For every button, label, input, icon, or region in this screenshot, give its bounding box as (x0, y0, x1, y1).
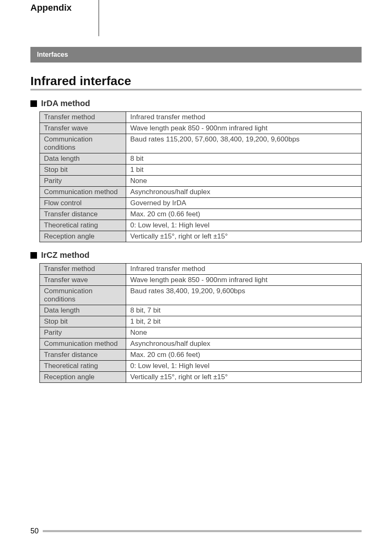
section-heading-ircz: IrCZ method (30, 250, 362, 260)
table-ircz: Transfer methodInfrared transfer method … (39, 263, 362, 383)
cell-label: Theoretical rating (40, 361, 126, 372)
cell-value: Asynchronous/half duplex (126, 187, 362, 198)
cell-value: 0: Low level, 1: High level (126, 220, 362, 231)
table-row: Transfer waveWave length peak 850 - 900n… (40, 275, 362, 286)
cell-value: 8 bit (126, 153, 362, 164)
table-row: Communication methodAsynchronous/half du… (40, 187, 362, 198)
header-divider (99, 0, 99, 36)
cell-value: Governed by IrDA (126, 198, 362, 209)
cell-value: 1 bit (126, 164, 362, 176)
cell-label: Data length (40, 153, 126, 164)
cell-value: 0: Low level, 1: High level (126, 361, 362, 372)
cell-label: Transfer method (40, 112, 126, 123)
cell-label: Transfer distance (40, 209, 126, 220)
cell-label: Transfer wave (40, 123, 126, 134)
cell-label: Communication method (40, 187, 126, 198)
table-row: Theoretical rating0: Low level, 1: High … (40, 361, 362, 372)
cell-label: Data length (40, 305, 126, 316)
cell-value: 8 bit, 7 bit (126, 305, 362, 316)
cell-value: Max. 20 cm (0.66 feet) (126, 209, 362, 220)
cell-label: Flow control (40, 198, 126, 209)
table-row: Reception angleVertically ±15°, right or… (40, 231, 362, 242)
cell-value: Infrared transfer method (126, 264, 362, 275)
title-wrap: Infrared interface (30, 74, 362, 90)
table-row: Stop bit1 bit, 2 bit (40, 316, 362, 327)
table-row: Communication methodAsynchronous/half du… (40, 338, 362, 350)
table-row: Transfer waveWave length peak 850 - 900n… (40, 123, 362, 134)
cell-value: None (126, 176, 362, 187)
page-title: Infrared interface (30, 74, 362, 88)
table-row: Reception angleVertically ±15°, right or… (40, 372, 362, 383)
cell-value: Vertically ±15°, right or left ±15° (126, 372, 362, 383)
cell-value: Baud rates 38,400, 19,200, 9,600bps (126, 286, 362, 305)
table-row: Communication conditionsBaud rates 38,40… (40, 286, 362, 305)
cell-value: Wave length peak 850 - 900nm infrared li… (126, 275, 362, 286)
cell-value: Asynchronous/half duplex (126, 338, 362, 350)
cell-value: Infrared transfer method (126, 112, 362, 123)
section-title-ircz: IrCZ method (41, 250, 90, 260)
cell-label: Transfer wave (40, 275, 126, 286)
cell-label: Reception angle (40, 231, 126, 242)
table-row: Data length8 bit (40, 153, 362, 164)
page-number: 50 (30, 527, 39, 535)
footer-line (43, 530, 362, 532)
cell-label: Reception angle (40, 372, 126, 383)
cell-label: Communication conditions (40, 286, 126, 305)
section-heading-irda: IrDA method (30, 99, 362, 108)
cell-value: None (126, 327, 362, 338)
tab-interfaces: Interfaces (37, 51, 68, 58)
table-row: Transfer distanceMax. 20 cm (0.66 feet) (40, 209, 362, 220)
table-row: Transfer distanceMax. 20 cm (0.66 feet) (40, 350, 362, 361)
cell-label: Communication conditions (40, 134, 126, 153)
table-irda: Transfer methodInfrared transfer method … (39, 111, 362, 242)
footer: 50 (30, 527, 362, 535)
cell-value: Baud rates 115,200, 57,600, 38,400, 19,2… (126, 134, 362, 153)
table-row: Data length8 bit, 7 bit (40, 305, 362, 316)
section-title-irda: IrDA method (41, 99, 90, 108)
square-bullet-icon (30, 100, 37, 107)
table-row: Theoretical rating0: Low level, 1: High … (40, 220, 362, 231)
table-row: ParityNone (40, 176, 362, 187)
page-header: Appendix (0, 0, 392, 37)
tab-bar: Interfaces (30, 47, 362, 63)
table-row: Flow controlGoverned by IrDA (40, 198, 362, 209)
cell-label: Parity (40, 327, 126, 338)
cell-value: Vertically ±15°, right or left ±15° (126, 231, 362, 242)
cell-label: Stop bit (40, 316, 126, 327)
cell-label: Transfer distance (40, 350, 126, 361)
cell-value: 1 bit, 2 bit (126, 316, 362, 327)
table-row: Communication conditionsBaud rates 115,2… (40, 134, 362, 153)
table-row: Stop bit1 bit (40, 164, 362, 176)
cell-value: Wave length peak 850 - 900nm infrared li… (126, 123, 362, 134)
cell-label: Communication method (40, 338, 126, 350)
table-row: Transfer methodInfrared transfer method (40, 112, 362, 123)
table-row: Transfer methodInfrared transfer method (40, 264, 362, 275)
cell-label: Stop bit (40, 164, 126, 176)
table-row: ParityNone (40, 327, 362, 338)
square-bullet-icon (30, 252, 37, 259)
section-label: Appendix (0, 0, 99, 13)
cell-value: Max. 20 cm (0.66 feet) (126, 350, 362, 361)
cell-label: Theoretical rating (40, 220, 126, 231)
cell-label: Transfer method (40, 264, 126, 275)
cell-label: Parity (40, 176, 126, 187)
